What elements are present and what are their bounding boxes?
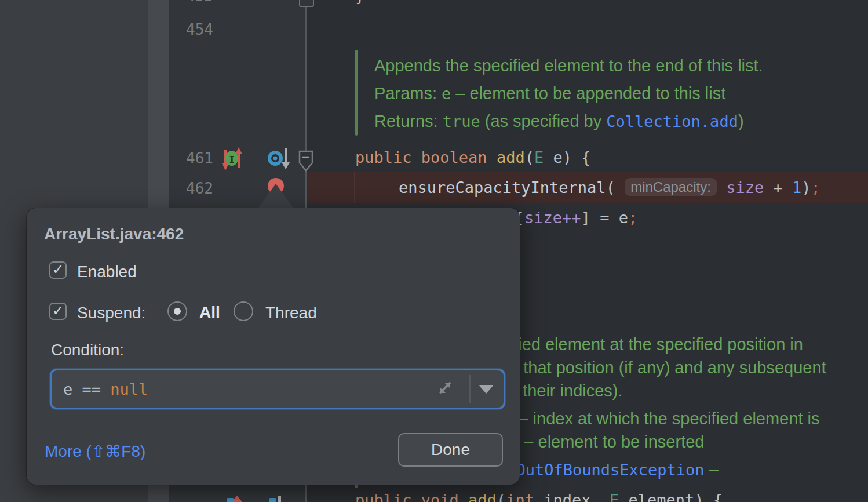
- doc-line-appends: Appends the specified element to the end…: [374, 55, 763, 76]
- override-method-gutter-icon[interactable]: I: [222, 146, 243, 175]
- doc-line-returns: Returns: true (as specified by Collectio…: [374, 111, 744, 132]
- code-line-461[interactable]: public boolean add(E e) {: [355, 148, 590, 168]
- condition-label: Condition:: [51, 341, 124, 359]
- code-line-453[interactable]: }: [355, 0, 364, 6]
- line-number-453: 453: [174, 0, 213, 6]
- code-line-477[interactable]: public void add(int index, E element) {: [355, 490, 723, 502]
- indent-guide: [354, 172, 355, 203]
- popup-title: ArrayList.java:462: [44, 225, 184, 243]
- gutter-icon-sliver-red: [232, 496, 242, 502]
- fold-marker-453[interactable]: [299, 0, 314, 7]
- done-button-label: Done: [431, 441, 470, 459]
- enabled-label[interactable]: Enabled: [77, 263, 137, 281]
- suspend-thread-radio[interactable]: [234, 301, 253, 321]
- doc-line-params: Params: e – element to be appended to th…: [374, 83, 725, 104]
- fold-marker-461[interactable]: [298, 150, 314, 175]
- suspend-checkbox[interactable]: ✓: [49, 303, 67, 320]
- gutter-icon-sliver-gray: [278, 496, 281, 502]
- enabled-checkbox[interactable]: ✓: [49, 261, 67, 279]
- popup-arrow: [257, 184, 294, 209]
- condition-input[interactable]: e == null: [50, 369, 505, 409]
- condition-value[interactable]: e == null: [63, 380, 148, 399]
- suspend-label[interactable]: Suspend:: [77, 304, 145, 322]
- suspend-all-radio[interactable]: [167, 301, 187, 321]
- line-number-461: 461: [174, 148, 213, 168]
- step-into-gutter-icon[interactable]: [265, 147, 292, 174]
- done-button[interactable]: Done: [398, 433, 503, 467]
- more-settings-link[interactable]: More (⇧⌘F8): [45, 442, 145, 461]
- doc-line-element: e – element to be inserted: [510, 431, 704, 452]
- history-dropdown-icon[interactable]: [479, 385, 494, 394]
- doc-comment-bar: [355, 50, 358, 136]
- expand-editor-icon[interactable]: [433, 376, 457, 402]
- code-line-462[interactable]: ensureCapacityInternal( minCapacity: siz…: [399, 178, 820, 198]
- svg-text:I: I: [229, 154, 234, 165]
- checkmark-icon: ✓: [52, 263, 64, 277]
- checkmark-icon: ✓: [52, 304, 64, 318]
- suspend-thread-label[interactable]: Thread: [265, 304, 317, 322]
- field-divider: [469, 375, 471, 403]
- gutter-icon-sliver-blue: [269, 498, 276, 502]
- radio-dot: [174, 308, 181, 315]
- ide-window: 453 454 461 462 I } Append: [0, 0, 868, 502]
- suspend-all-label[interactable]: All: [199, 303, 220, 322]
- line-number-454: 454: [174, 20, 213, 39]
- breakpoint-popup: ArrayList.java:462 ✓ Enabled ✓ Suspend: …: [27, 208, 520, 485]
- line-number-462: 462: [174, 179, 213, 198]
